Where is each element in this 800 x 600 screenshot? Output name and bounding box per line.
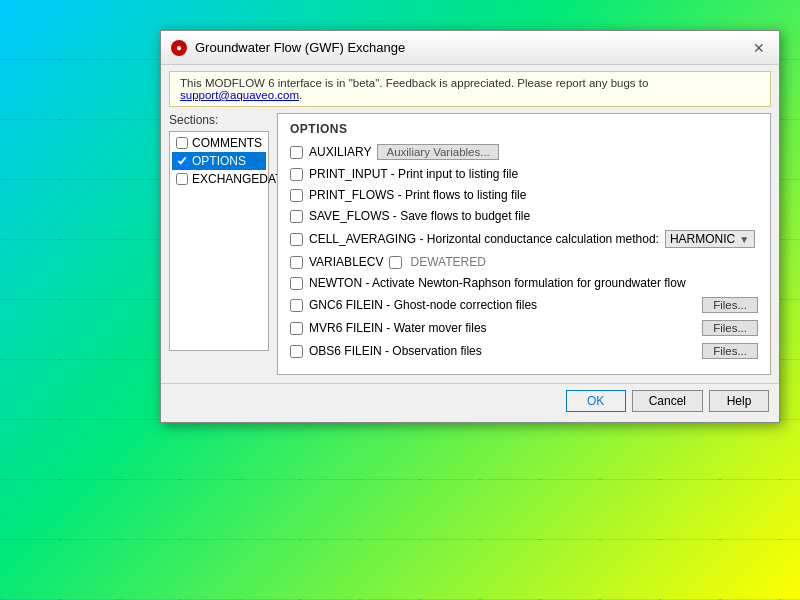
- app-icon: ●: [171, 40, 187, 56]
- dialog-footer: OK Cancel Help: [161, 383, 779, 422]
- ok-button[interactable]: OK: [566, 390, 626, 412]
- option-row-newton: NEWTON - Activate Newton-Raphson formula…: [290, 276, 758, 290]
- cancel-button[interactable]: Cancel: [632, 390, 703, 412]
- help-button[interactable]: Help: [709, 390, 769, 412]
- dialog-window: ● Groundwater Flow (GWF) Exchange ✕ This…: [160, 30, 780, 423]
- checkbox-obs6[interactable]: [290, 345, 303, 358]
- checkbox-cell-averaging[interactable]: [290, 233, 303, 246]
- checkbox-gnc6[interactable]: [290, 299, 303, 312]
- option-row-print-flows: PRINT_FLOWS - Print flows to listing fil…: [290, 188, 758, 202]
- dialog-body: Sections: COMMENTS OPTIONS EXCHANGEDATA …: [161, 113, 779, 383]
- label-variablecv[interactable]: VARIABLECV: [309, 255, 383, 269]
- gnc6-files-button[interactable]: Files...: [702, 297, 758, 313]
- dropdown-value: HARMONIC: [670, 232, 735, 246]
- checkbox-print-input[interactable]: [290, 168, 303, 181]
- cell-averaging-dropdown[interactable]: HARMONIC ▼: [665, 230, 755, 248]
- sections-label: Sections:: [169, 113, 269, 127]
- label-print-input[interactable]: PRINT_INPUT - Print input to listing fil…: [309, 167, 518, 181]
- obs6-files-button[interactable]: Files...: [702, 343, 758, 359]
- checkbox-dewatered[interactable]: [389, 256, 402, 269]
- beta-suffix: .: [299, 89, 302, 101]
- section-item-comments[interactable]: COMMENTS: [172, 134, 266, 152]
- content-panel: OPTIONS AUXILIARY Auxiliary Variables...…: [277, 113, 771, 375]
- checkbox-auxiliary[interactable]: [290, 146, 303, 159]
- label-save-flows[interactable]: SAVE_FLOWS - Save flows to budget file: [309, 209, 530, 223]
- section-label-exchangedata: EXCHANGEDATA: [192, 172, 290, 186]
- section-checkbox-comments[interactable]: [176, 137, 188, 149]
- sections-panel: Sections: COMMENTS OPTIONS EXCHANGEDATA: [169, 113, 269, 375]
- content-title: OPTIONS: [290, 122, 758, 136]
- auxiliary-variables-button[interactable]: Auxiliary Variables...: [377, 144, 498, 160]
- label-print-flows[interactable]: PRINT_FLOWS - Print flows to listing fil…: [309, 188, 526, 202]
- option-row-mvr6: MVR6 FILEIN - Water mover files Files...: [290, 320, 758, 336]
- section-label-options: OPTIONS: [192, 154, 246, 168]
- label-gnc6[interactable]: GNC6 FILEIN - Ghost-node correction file…: [309, 298, 537, 312]
- dropdown-arrow-icon: ▼: [739, 234, 749, 245]
- section-item-exchangedata[interactable]: EXCHANGEDATA: [172, 170, 266, 188]
- beta-notice-text: This MODFLOW 6 interface is in "beta". F…: [180, 77, 648, 89]
- title-bar: ● Groundwater Flow (GWF) Exchange ✕: [161, 31, 779, 65]
- option-row-cell-averaging: CELL_AVERAGING - Horizontal conductance …: [290, 230, 758, 248]
- section-item-options[interactable]: OPTIONS: [172, 152, 266, 170]
- option-row-print-input: PRINT_INPUT - Print input to listing fil…: [290, 167, 758, 181]
- checkbox-save-flows[interactable]: [290, 210, 303, 223]
- checkbox-variablecv[interactable]: [290, 256, 303, 269]
- title-bar-left: ● Groundwater Flow (GWF) Exchange: [171, 40, 405, 56]
- close-button[interactable]: ✕: [749, 38, 769, 58]
- checkbox-newton[interactable]: [290, 277, 303, 290]
- label-newton[interactable]: NEWTON - Activate Newton-Raphson formula…: [309, 276, 686, 290]
- dialog-title: Groundwater Flow (GWF) Exchange: [195, 40, 405, 55]
- label-dewatered: DEWATERED: [410, 255, 485, 269]
- section-checkbox-exchangedata[interactable]: [176, 173, 188, 185]
- sections-list: COMMENTS OPTIONS EXCHANGEDATA: [169, 131, 269, 351]
- label-auxiliary[interactable]: AUXILIARY: [309, 145, 371, 159]
- option-row-obs6: OBS6 FILEIN - Observation files Files...: [290, 343, 758, 359]
- checkbox-mvr6[interactable]: [290, 322, 303, 335]
- checkbox-print-flows[interactable]: [290, 189, 303, 202]
- section-label-comments: COMMENTS: [192, 136, 262, 150]
- section-checkbox-options[interactable]: [176, 155, 188, 167]
- label-obs6[interactable]: OBS6 FILEIN - Observation files: [309, 344, 482, 358]
- option-row-gnc6: GNC6 FILEIN - Ghost-node correction file…: [290, 297, 758, 313]
- option-row-save-flows: SAVE_FLOWS - Save flows to budget file: [290, 209, 758, 223]
- support-email-link[interactable]: support@aquaveo.com: [180, 89, 299, 101]
- label-cell-averaging[interactable]: CELL_AVERAGING - Horizontal conductance …: [309, 232, 659, 246]
- mvr6-files-button[interactable]: Files...: [702, 320, 758, 336]
- option-row-variablecv: VARIABLECV DEWATERED: [290, 255, 758, 269]
- option-row-auxiliary: AUXILIARY Auxiliary Variables...: [290, 144, 758, 160]
- beta-notice: This MODFLOW 6 interface is in "beta". F…: [169, 71, 771, 107]
- label-mvr6[interactable]: MVR6 FILEIN - Water mover files: [309, 321, 487, 335]
